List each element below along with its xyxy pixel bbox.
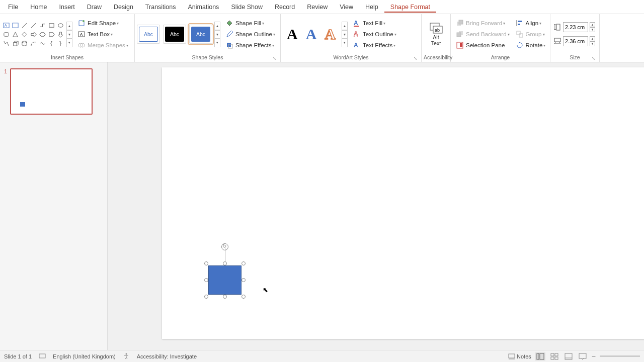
preset-blue[interactable]: Abc (189, 25, 212, 44)
shape-hexagon-icon[interactable] (38, 30, 46, 38)
tab-home[interactable]: Home (24, 2, 53, 13)
group-shape-styles: Abc Abc Abc ▲ ▼ ▾ Shape Fill▾ Shape Outl… (135, 14, 281, 62)
shape-textbox2-icon[interactable] (11, 21, 19, 29)
size-launcher-icon[interactable]: ⤡ (591, 56, 596, 61)
shape-effects-button[interactable]: Shape Effects▾ (223, 40, 277, 50)
slide-canvas[interactable] (162, 67, 644, 339)
notes-button[interactable]: Notes (508, 353, 531, 359)
handle-tl[interactable] (204, 261, 208, 265)
wordart-launcher-icon[interactable]: ⤡ (413, 56, 418, 61)
gallery-more-icon[interactable]: ▾ (66, 39, 72, 47)
tab-review[interactable]: Review (301, 2, 334, 13)
wordart-more-icon[interactable]: ▾ (342, 39, 348, 47)
shape-connector-icon[interactable] (38, 21, 46, 29)
styles-more-icon[interactable]: ▾ (214, 39, 220, 47)
height-up-icon[interactable]: ▲ (590, 22, 595, 27)
handle-t[interactable] (223, 261, 227, 265)
view-slideshow-icon[interactable] (578, 352, 588, 360)
shape-brace-icon[interactable]: { (47, 39, 55, 47)
text-box-button[interactable]: AText Box▾ (75, 29, 130, 39)
svg-point-8 (22, 41, 26, 43)
zoom-slider[interactable] (600, 355, 640, 357)
tab-file[interactable]: File (2, 2, 24, 13)
shape-can-icon[interactable] (20, 39, 28, 47)
slide-thumbnail[interactable] (10, 68, 93, 115)
tab-record[interactable]: Record (269, 2, 301, 13)
canvas-area[interactable]: ⬉ (108, 62, 644, 350)
selection-pane-button[interactable]: Selection Pane (454, 40, 512, 50)
shape-arrowdown-icon[interactable] (56, 30, 64, 38)
shape-arrow-icon[interactable] (29, 30, 37, 38)
tab-animations[interactable]: Animations (182, 2, 225, 13)
width-up-icon[interactable]: ▲ (590, 36, 595, 41)
align-button[interactable]: Align▾ (514, 18, 548, 28)
rotation-handle-icon[interactable] (221, 243, 228, 250)
tab-draw[interactable]: Draw (81, 2, 108, 13)
wordart-up-icon[interactable]: ▲ (342, 22, 348, 30)
svg-rect-7 (4, 32, 8, 36)
shape-rect-icon[interactable] (47, 21, 55, 29)
shape-line-icon[interactable] (20, 21, 28, 29)
width-input[interactable] (563, 36, 588, 46)
shape-rectangle[interactable] (208, 265, 242, 295)
handle-tr[interactable] (242, 261, 246, 265)
tab-shape-format[interactable]: Shape Format (384, 2, 436, 13)
wordart-gallery[interactable]: A A A (283, 26, 340, 43)
shape-fill-button[interactable]: Shape Fill▾ (223, 18, 277, 28)
styles-down-icon[interactable]: ▼ (214, 30, 220, 39)
shape-textbox-icon[interactable]: A (2, 21, 10, 29)
tab-transitions[interactable]: Transitions (139, 2, 182, 13)
gallery-down-icon[interactable]: ▼ (66, 30, 72, 39)
tab-help[interactable]: Help (359, 2, 384, 13)
shape-diamond-icon[interactable] (20, 30, 28, 38)
shape-outline-button[interactable]: Shape Outline▾ (223, 29, 277, 39)
edit-shape-icon (77, 19, 86, 27)
tab-design[interactable]: Design (108, 2, 139, 13)
view-normal-icon[interactable] (535, 352, 545, 360)
status-language[interactable]: English (United Kingdom) (53, 353, 116, 359)
text-outline-button[interactable]: AText Outline▾ (351, 29, 398, 39)
wordart-blue[interactable]: A (306, 26, 317, 43)
shape-styles-gallery[interactable]: Abc Abc Abc (137, 25, 212, 44)
shape-roundrect-icon[interactable] (2, 30, 10, 38)
rotate-button[interactable]: Rotate▾ (514, 40, 548, 50)
tab-view[interactable]: View (334, 2, 359, 13)
shape-arc-icon[interactable] (29, 39, 37, 47)
status-accessibility[interactable]: Accessibility: Investigate (137, 353, 197, 359)
tab-slideshow[interactable]: Slide Show (225, 2, 269, 13)
height-down-icon[interactable]: ▼ (590, 27, 595, 32)
view-sorter-icon[interactable] (549, 352, 559, 360)
edit-shape-button[interactable]: Edit Shape▾ (75, 18, 130, 28)
preset-black[interactable]: Abc (163, 25, 186, 44)
text-fill-button[interactable]: AText Fill▾ (351, 18, 398, 28)
alt-text-button[interactable]: ab Alt Text (426, 20, 446, 48)
shape-line2-icon[interactable] (29, 21, 37, 29)
zoom-out-icon[interactable]: − (592, 352, 596, 360)
handle-bl[interactable] (204, 295, 208, 299)
handle-r[interactable] (242, 278, 246, 282)
shape-oval-icon[interactable] (56, 21, 64, 29)
shape-styles-launcher-icon[interactable]: ⤡ (272, 56, 277, 61)
shape-pentagon-icon[interactable] (47, 30, 55, 38)
width-down-icon[interactable]: ▼ (590, 41, 595, 46)
handle-b[interactable] (223, 295, 227, 299)
shape-brace2-icon[interactable]: } (56, 39, 64, 47)
text-effects-button[interactable]: AText Effects▾ (351, 40, 398, 50)
shape-cube-icon[interactable] (11, 39, 19, 47)
wordart-black[interactable]: A (287, 26, 298, 43)
selected-shape[interactable] (206, 263, 244, 297)
shapes-gallery[interactable]: A { } (2, 21, 65, 47)
tab-insert[interactable]: Insert (53, 2, 81, 13)
gallery-up-icon[interactable]: ▲ (66, 22, 72, 30)
wordart-down-icon[interactable]: ▼ (342, 30, 348, 39)
height-input[interactable] (563, 22, 588, 32)
shape-triangle-icon[interactable] (11, 30, 19, 38)
shape-freeform-icon[interactable] (2, 39, 10, 47)
styles-up-icon[interactable]: ▲ (214, 22, 220, 30)
handle-l[interactable] (204, 278, 208, 282)
shape-wave-icon[interactable] (38, 39, 46, 47)
handle-br[interactable] (242, 295, 246, 299)
view-reading-icon[interactable] (564, 352, 574, 360)
preset-outline[interactable]: Abc (137, 25, 160, 44)
wordart-orange[interactable]: A (325, 26, 336, 43)
